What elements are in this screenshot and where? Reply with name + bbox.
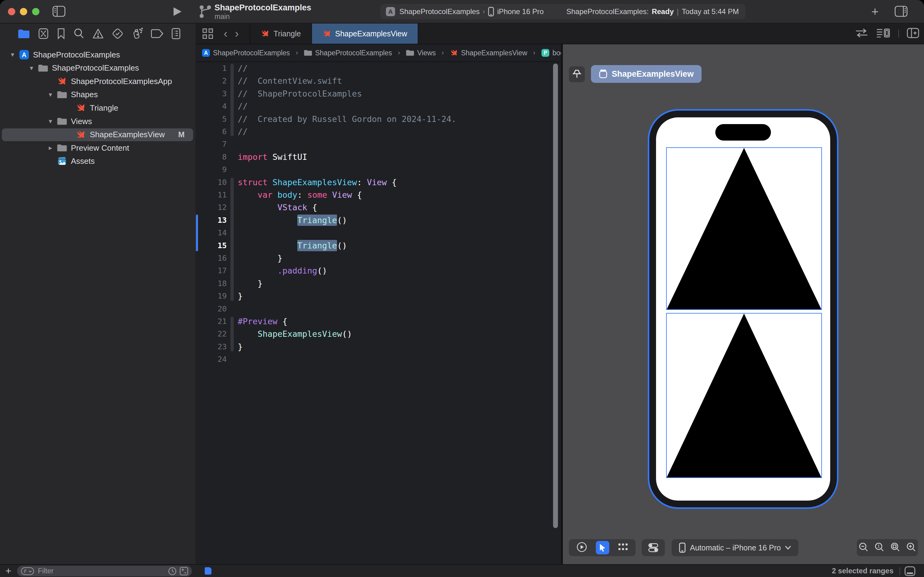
code-line-19[interactable]: 19} [196, 290, 553, 302]
code-line-9[interactable]: 9 [196, 163, 553, 176]
sidebar-item-shapeprotocolexamplesapp[interactable]: ShapeProtocolExamplesApp [0, 74, 196, 88]
zoom-in-icon[interactable] [906, 542, 916, 553]
code-line-1[interactable]: 1// [196, 62, 553, 74]
related-items-icon[interactable] [196, 24, 220, 44]
code-line-12[interactable]: 12 VStack { [196, 201, 553, 214]
toggle-navigator-icon[interactable] [53, 6, 65, 17]
code-line-17[interactable]: 17 .padding() [196, 264, 553, 277]
code-token: #Preview [238, 317, 277, 326]
build-status[interactable]: ShapeProtocolExamples: Ready | Today at … [566, 7, 739, 16]
disclosure-chevron[interactable]: ▾ [27, 64, 35, 72]
run-button[interactable] [173, 7, 182, 16]
swift-icon [322, 29, 332, 38]
disclosure-chevron[interactable]: ▸ [47, 144, 55, 152]
code-line-23[interactable]: 23} [196, 340, 553, 353]
recent-files-icon[interactable] [168, 567, 177, 575]
code-line-13[interactable]: 13 Triangle() [196, 214, 553, 226]
zoom-window-button[interactable] [32, 8, 39, 15]
disclosure-chevron[interactable]: ▾ [47, 91, 55, 99]
zoom-out-icon[interactable] [859, 542, 868, 553]
filter-field[interactable]: Filter [17, 566, 192, 576]
bookmark-navigator-icon[interactable] [57, 28, 65, 39]
code-token: } [238, 342, 243, 351]
code-token: { [352, 190, 362, 200]
debug-navigator-icon[interactable] [131, 27, 143, 40]
code-line-14[interactable]: 14 [196, 226, 553, 239]
back-button[interactable]: ‹ [220, 24, 231, 44]
toggle-bottom-bar-icon[interactable] [905, 566, 916, 577]
sidebar-item-views[interactable]: ▾Views [0, 114, 196, 128]
code-line-4[interactable]: 4// [196, 100, 553, 113]
code-line-16[interactable]: 16 } [196, 252, 553, 264]
device-settings-button[interactable] [642, 539, 665, 556]
tab-shapeexamplesview[interactable]: ShapeExamplesView [312, 24, 418, 44]
iphone-preview-device[interactable] [648, 109, 839, 509]
breadcrumb-item-views[interactable]: Views [406, 48, 436, 57]
sidebar-item-assets[interactable]: Assets [0, 155, 196, 168]
breakpoint-navigator-icon[interactable] [151, 29, 163, 39]
sidebar-item-shapeprotocolexamples[interactable]: ▾ShapeProtocolExamples [0, 61, 196, 75]
minimize-window-button[interactable] [20, 8, 27, 15]
code-line-15[interactable]: 15 Triangle() [196, 239, 553, 252]
variants-icon[interactable] [618, 543, 628, 553]
code-line-20[interactable]: 20 [196, 303, 553, 315]
adjust-editor-icon[interactable] [855, 28, 868, 39]
sidebar-item-shapes[interactable]: ▾Shapes [0, 88, 196, 102]
breadcrumb: AShapeProtocolExamples›ShapeProtocolExam… [202, 48, 568, 57]
code-line-7[interactable]: 7 [196, 138, 553, 150]
scheme-target[interactable]: ShapeProtocolExamples [399, 7, 480, 16]
code-line-10[interactable]: 10struct ShapeExamplesView: View { [196, 176, 553, 189]
svg-text:A: A [204, 50, 208, 56]
preview-device-picker[interactable]: Automatic – iPhone 16 Pro [671, 539, 798, 556]
sidebar-item-shapeprotocolexamples[interactable]: ▾AShapeProtocolExamples [0, 48, 196, 61]
sidebar-item-triangle[interactable]: Triangle [0, 101, 196, 114]
code-line-2[interactable]: 2// ContentView.swift [196, 74, 553, 87]
live-preview-icon[interactable] [576, 542, 587, 554]
code-editor[interactable]: 1//2// ContentView.swift3// ShapeProtoco… [196, 62, 561, 564]
find-navigator-icon[interactable] [73, 28, 84, 39]
disclosure-chevron[interactable]: ▾ [8, 51, 16, 59]
code-line-18[interactable]: 18 } [196, 277, 553, 290]
zoom-100-icon[interactable]: 1 [874, 542, 884, 553]
project-navigator-icon[interactable] [18, 28, 30, 39]
code-token: () [337, 216, 347, 225]
editor-change-indicator[interactable] [204, 567, 212, 576]
preview-shape-bounds-2[interactable] [666, 313, 822, 478]
add-file-button[interactable]: + [5, 566, 11, 577]
breadcrumb-item-shapeexamplesview[interactable]: ShapeExamplesView [450, 48, 527, 57]
code-line-21[interactable]: 21#Preview { [196, 315, 553, 328]
add-editor-icon[interactable] [907, 28, 919, 39]
code-line-6[interactable]: 6// [196, 125, 553, 138]
code-line-22[interactable]: 22 ShapeExamplesView() [196, 328, 553, 340]
breadcrumb-item-shapeprotocolexamples[interactable]: ShapeProtocolExamples [304, 48, 392, 57]
swift-icon [76, 130, 86, 140]
sidebar-item-shapeexamplesview[interactable]: ShapeExamplesViewM [0, 128, 196, 142]
issue-navigator-icon[interactable] [92, 28, 104, 39]
add-remove-filter-icon[interactable] [180, 567, 188, 575]
toggle-inspector-icon[interactable] [895, 6, 908, 17]
source-control-navigator-icon[interactable] [38, 28, 49, 39]
add-tab-button[interactable]: + [871, 5, 879, 19]
scheme-device[interactable]: iPhone 16 Pro [497, 7, 544, 16]
selectable-preview-icon[interactable] [596, 541, 609, 554]
sidebar-item-preview-content[interactable]: ▸Preview Content [0, 141, 196, 155]
code-line-11[interactable]: 11 var body: some View { [196, 189, 553, 201]
code-line-3[interactable]: 3// ShapeProtocolExamples [196, 87, 553, 100]
code-line-5[interactable]: 5// Created by Russell Gordon on 2024-11… [196, 113, 553, 125]
file-name: Preview Content [71, 143, 129, 153]
forward-button[interactable]: › [231, 24, 243, 44]
breadcrumb-item-shapeprotocolexamples[interactable]: AShapeProtocolExamples [202, 48, 290, 57]
editor-options-icon[interactable] [876, 28, 890, 39]
preview-name-pill[interactable]: ShapeExamplesView [591, 65, 702, 83]
zoom-fit-icon[interactable] [890, 542, 900, 553]
tab-triangle[interactable]: Triangle [250, 24, 312, 44]
code-line-8[interactable]: 8import SwiftUI [196, 151, 553, 163]
close-window-button[interactable] [8, 8, 15, 15]
test-navigator-icon[interactable] [112, 28, 124, 39]
report-navigator-icon[interactable] [171, 28, 181, 39]
code-line-24[interactable]: 24 [196, 353, 553, 366]
preview-shape-bounds-1[interactable] [666, 147, 822, 310]
editor-scrollbar[interactable] [553, 64, 558, 528]
disclosure-chevron[interactable]: ▾ [47, 118, 55, 125]
pin-preview-button[interactable] [569, 66, 585, 82]
